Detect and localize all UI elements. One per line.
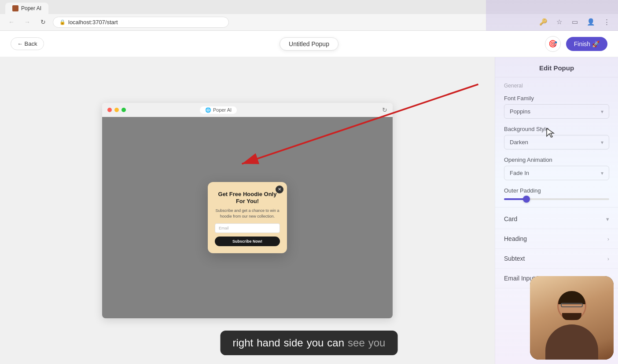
sidebar-toggle-button[interactable]: ▭ xyxy=(569,16,581,28)
background-style-value: Darken xyxy=(510,139,528,146)
popup-email-input[interactable]: Email xyxy=(215,223,280,233)
heading-chevron-icon: › xyxy=(607,236,609,242)
subtext-label: Subtext xyxy=(504,255,525,262)
opening-animation-label: Opening Animation xyxy=(504,157,609,163)
url-text: localhost:3707/start xyxy=(68,19,118,25)
address-bar[interactable]: 🔒 localhost:3707/start xyxy=(53,17,229,28)
webcam-person xyxy=(530,276,614,360)
opening-animation-value: Fade In xyxy=(510,170,529,176)
background-style-field: Background Style Darken ▾ xyxy=(495,122,618,153)
subtitle-word-6: see xyxy=(348,337,365,349)
webcam-overlay xyxy=(530,276,614,360)
font-family-select[interactable]: Poppins ▾ xyxy=(504,104,609,119)
browser-mockup: 🌐 Poper AI ↻ ✕ Get Free Hoodie Only For … xyxy=(102,103,393,318)
panel-section-general: General xyxy=(495,77,618,91)
back-nav-button[interactable]: ← xyxy=(5,16,18,28)
outer-padding-field: Outer Padding xyxy=(495,184,618,205)
browser-tab[interactable]: Poper AI xyxy=(5,3,48,14)
chevron-down-icon: ▾ xyxy=(601,109,603,115)
slider-track xyxy=(504,198,609,200)
back-button[interactable]: ← Back xyxy=(11,37,44,50)
panel-title: Edit Popup xyxy=(495,57,618,77)
back-label: ← Back xyxy=(17,40,37,47)
app-header: ← Back Untitled Popup 🎯 Finish 🚀 xyxy=(0,31,618,57)
reload-button[interactable]: ↻ xyxy=(37,16,49,28)
panel-divider-1 xyxy=(495,207,618,207)
forward-nav-button[interactable]: → xyxy=(21,16,33,28)
header-right: 🎯 Finish 🚀 xyxy=(545,36,607,52)
chevron-down-icon-3: ▾ xyxy=(601,170,603,176)
font-family-value: Poppins xyxy=(510,108,530,115)
popup-subtext: Subscribe and get a chance to win a hood… xyxy=(215,208,280,219)
opening-animation-field: Opening Animation Fade In ▾ xyxy=(495,153,618,184)
popup-subscribe-button[interactable]: Subscribe Now! xyxy=(215,237,280,246)
card-chevron-icon: ▾ xyxy=(606,216,609,222)
font-family-field: Font Family Poppins ▾ xyxy=(495,91,618,122)
subtitle-word-3: side xyxy=(284,337,303,349)
background-style-label: Background Style xyxy=(504,126,609,132)
outer-padding-label: Outer Padding xyxy=(504,187,609,194)
subtitle-word-7: you xyxy=(368,337,386,349)
background-style-select[interactable]: Darken ▾ xyxy=(504,135,609,149)
dot-yellow xyxy=(114,108,119,112)
mockup-titlebar: 🌐 Poper AI ↻ xyxy=(102,103,393,117)
target-icon-button[interactable]: 🎯 xyxy=(545,36,561,52)
page-title: Untitled Popup xyxy=(280,37,338,51)
popup-heading: Get Free Hoodie Only For You! xyxy=(215,191,280,206)
slider-fill xyxy=(504,198,525,200)
mockup-content: ✕ Get Free Hoodie Only For You! Subscrib… xyxy=(102,117,393,318)
slider-thumb[interactable] xyxy=(523,196,530,203)
bookmark-button[interactable]: ☆ xyxy=(553,16,565,28)
card-expandable[interactable]: Card ▾ xyxy=(495,209,618,229)
opening-animation-select[interactable]: Fade In ▾ xyxy=(504,166,609,180)
subtitle-bar: right hand side you can see you xyxy=(221,331,398,355)
menu-button[interactable]: ⋮ xyxy=(600,16,613,28)
extension-button[interactable]: 🔑 xyxy=(537,16,549,28)
subtext-expandable[interactable]: Subtext › xyxy=(495,249,618,269)
lock-icon: 🔒 xyxy=(59,19,66,25)
font-family-label: Font Family xyxy=(504,95,609,102)
outer-padding-slider[interactable] xyxy=(504,197,609,202)
subtitle-word-1: right xyxy=(233,337,254,349)
subtitle-word-4: you xyxy=(307,337,324,349)
subtitle-word-5: can xyxy=(327,337,344,349)
dot-red xyxy=(107,108,112,112)
popup-close-button[interactable]: ✕ xyxy=(276,186,283,193)
finish-button[interactable]: Finish 🚀 xyxy=(566,37,607,51)
heading-label: Heading xyxy=(504,235,527,242)
heading-expandable[interactable]: Heading › xyxy=(495,229,618,249)
subtext-chevron-icon: › xyxy=(607,255,609,262)
profile-button[interactable]: 👤 xyxy=(585,16,597,28)
mockup-url: 🌐 Poper AI xyxy=(200,106,237,114)
dot-green xyxy=(121,108,126,112)
preview-area: 🌐 Poper AI ↻ ✕ Get Free Hoodie Only For … xyxy=(0,57,495,364)
card-label: Card xyxy=(504,215,517,222)
mockup-refresh-icon[interactable]: ↻ xyxy=(382,106,387,113)
chevron-down-icon-2: ▾ xyxy=(601,139,603,146)
subtitle-word-2: hand xyxy=(257,337,280,349)
popup-card: ✕ Get Free Hoodie Only For You! Subscrib… xyxy=(208,182,287,254)
tab-title: Poper AI xyxy=(21,5,41,11)
